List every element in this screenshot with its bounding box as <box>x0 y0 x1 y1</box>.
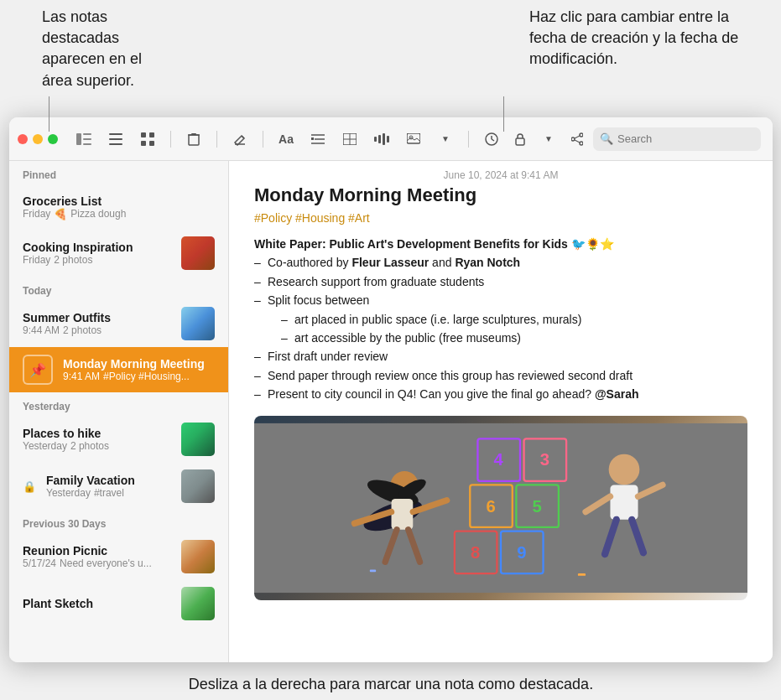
note-title: Cooking Inspiration <box>23 241 174 254</box>
list-item[interactable]: Places to hike Yesterday 2 photos <box>9 416 228 463</box>
svg-rect-67 <box>370 569 376 572</box>
svg-rect-56 <box>392 498 414 529</box>
note-meta: Friday 🍕 Pizza dough <box>23 208 215 220</box>
checklist-button[interactable] <box>305 128 331 150</box>
toolbar-right: ▼ 🔍 <box>479 127 761 151</box>
svg-point-33 <box>580 133 583 137</box>
annotation-top-left: Las notasdestacadasaparecen en elárea su… <box>42 7 226 91</box>
list-item[interactable]: 🔒 Family Vacation Yesterday #travel <box>9 463 228 510</box>
svg-rect-10 <box>149 141 154 146</box>
delete-button[interactable] <box>181 128 206 150</box>
note-thumbnail <box>181 469 215 503</box>
note-title: Family Vacation <box>46 474 174 487</box>
svg-point-35 <box>580 142 583 145</box>
svg-text:8: 8 <box>471 542 480 561</box>
svg-rect-8 <box>149 132 154 137</box>
note-meta: 9:41 AM #Policy #Housing... <box>63 371 215 382</box>
list-item[interactable]: Groceries List Friday 🍕 Pizza dough <box>9 184 228 230</box>
svg-rect-1 <box>83 133 91 135</box>
svg-line-37 <box>575 140 580 143</box>
svg-rect-68 <box>578 573 586 576</box>
lock-dropdown-button[interactable]: ▼ <box>536 128 561 150</box>
note-thumbnail <box>181 236 215 270</box>
svg-rect-19 <box>311 137 314 140</box>
font-button[interactable]: Aa <box>273 128 299 150</box>
note-meta: 9:44 AM 2 photos <box>23 324 174 336</box>
media-dropdown-button[interactable]: ▼ <box>433 128 458 150</box>
sidebar: Pinned Groceries List Friday 🍕 Pizza dou… <box>9 161 229 662</box>
share-button[interactable] <box>565 128 590 150</box>
list-item[interactable]: Summer Outfits 9:44 AM 2 photos <box>9 300 228 347</box>
list-item[interactable]: Reunion Picnic 5/17/24 Need everyone's u… <box>9 533 228 580</box>
note-info: Summer Outfits 9:44 AM 2 photos <box>23 311 174 336</box>
separator-1 <box>170 131 171 148</box>
separator-4 <box>468 131 469 148</box>
svg-text:6: 6 <box>486 496 495 515</box>
previous-section-label: Previous 30 Days <box>9 510 228 533</box>
pinned-section-label: Pinned <box>9 161 228 184</box>
note-tags: #Policy #Housing #Art <box>254 211 747 225</box>
list-view-button[interactable] <box>103 128 128 150</box>
note-info: Plant Sketch <box>23 597 174 610</box>
note-date: June 10, 2024 at 9:41 AM <box>229 161 773 184</box>
svg-text:5: 5 <box>533 496 542 515</box>
maximize-button[interactable] <box>48 134 58 144</box>
note-image: 8 9 6 5 4 3 <box>254 416 747 600</box>
separator-2 <box>216 131 217 148</box>
svg-rect-11 <box>189 135 199 145</box>
sidebar-toggle-button[interactable] <box>71 128 96 150</box>
pin-icon-badge: 📌 <box>23 355 53 385</box>
close-button[interactable] <box>18 134 28 144</box>
note-title: Monday Morning Meeting <box>63 357 215 371</box>
note-info: Reunion Picnic 5/17/24 Need everyone's u… <box>23 544 174 569</box>
note-meta: Friday 2 photos <box>23 254 174 266</box>
svg-line-31 <box>492 139 494 141</box>
note-title: Plant Sketch <box>23 597 174 610</box>
svg-rect-27 <box>407 133 420 143</box>
svg-rect-62 <box>610 485 638 519</box>
note-info: Places to hike Yesterday 2 photos <box>23 427 174 452</box>
svg-rect-7 <box>141 132 146 137</box>
yesterday-section-label: Yesterday <box>9 392 228 416</box>
separator-3 <box>263 131 263 148</box>
list-item[interactable]: Plant Sketch <box>9 580 228 627</box>
audio-button[interactable] <box>369 128 394 150</box>
note-content[interactable]: Monday Morning Meeting #Policy #Housing … <box>229 184 773 662</box>
svg-point-34 <box>571 137 575 141</box>
note-heading: Monday Morning Meeting <box>254 184 747 206</box>
list-item[interactable]: Cooking Inspiration Friday 2 photos <box>9 230 228 277</box>
note-meta: Yesterday #travel <box>46 487 174 499</box>
svg-rect-0 <box>76 133 81 145</box>
svg-rect-4 <box>109 133 122 135</box>
lock-small-icon: 🔒 <box>23 480 36 493</box>
compose-button[interactable] <box>227 128 253 150</box>
search-box[interactable]: 🔍 <box>593 127 761 151</box>
note-title: Summer Outfits <box>23 311 174 324</box>
search-input[interactable] <box>617 132 735 145</box>
media-button[interactable] <box>401 128 426 150</box>
svg-rect-26 <box>387 136 389 143</box>
note-thumbnail <box>181 307 215 340</box>
svg-text:3: 3 <box>540 450 549 469</box>
search-icon: 🔍 <box>600 132 613 145</box>
svg-rect-5 <box>109 138 122 140</box>
svg-rect-3 <box>83 143 91 145</box>
svg-rect-6 <box>109 143 122 145</box>
table-button[interactable] <box>337 128 362 150</box>
minimize-button[interactable] <box>33 134 43 144</box>
note-thumbnail <box>181 587 215 620</box>
svg-point-61 <box>609 454 640 485</box>
clock-button[interactable] <box>479 128 504 150</box>
note-title: Groceries List <box>23 194 215 208</box>
svg-line-36 <box>575 136 580 138</box>
annotation-top-right: Haz clic para cambiar entre la fecha de … <box>529 7 764 70</box>
main-window: Aa <box>9 117 773 662</box>
list-item[interactable]: 📌 Monday Morning Meeting 9:41 AM #Policy… <box>9 347 228 392</box>
note-info: Groceries List Friday 🍕 Pizza dough <box>23 194 215 220</box>
note-body: White Paper: Public Art's Development Be… <box>254 235 747 404</box>
svg-rect-2 <box>83 138 91 140</box>
lock-button[interactable] <box>508 128 533 150</box>
annotation-bottom: Desliza a la derecha para marcar una not… <box>9 676 773 693</box>
svg-rect-25 <box>383 133 385 145</box>
grid-view-button[interactable] <box>135 128 160 150</box>
